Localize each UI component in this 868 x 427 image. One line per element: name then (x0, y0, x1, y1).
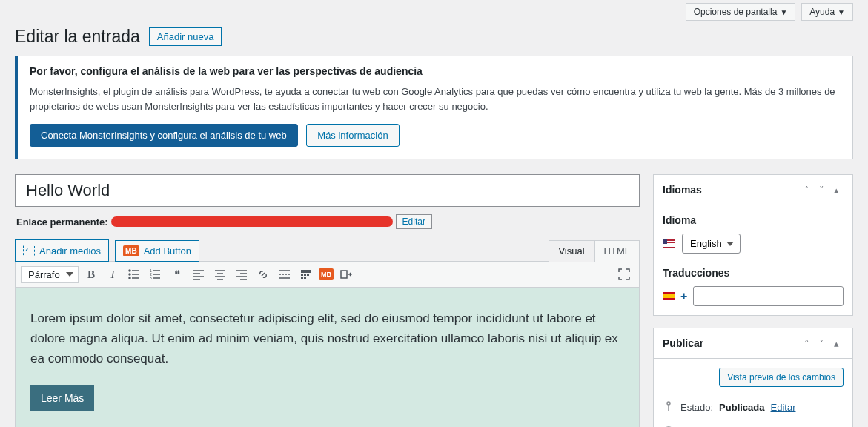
dropdown-icon: ▼ (780, 8, 787, 16)
screen-options-label: Opciones de pantalla (694, 7, 778, 17)
screen-options-button[interactable]: Opciones de pantalla ▼ (686, 3, 796, 21)
publish-title: Publicar (663, 337, 799, 349)
italic-button[interactable]: I (104, 265, 122, 283)
flag-us-icon (663, 239, 675, 248)
translations-label: Traducciones (663, 267, 844, 279)
svg-rect-33 (341, 271, 347, 278)
tab-visual[interactable]: Visual (549, 240, 594, 262)
move-down-icon[interactable]: ˅ (814, 336, 829, 351)
svg-rect-27 (301, 270, 311, 273)
pin-icon (663, 400, 675, 414)
export-icon[interactable] (337, 265, 355, 283)
mb-badge-icon: MB (123, 245, 139, 256)
page-title: Editar la entrada (15, 27, 140, 47)
svg-text:3: 3 (150, 276, 152, 280)
language-label: Idioma (663, 214, 844, 226)
readmore-button[interactable] (276, 265, 294, 283)
language-select[interactable]: English (682, 234, 741, 254)
toolbar-toggle-button[interactable] (297, 265, 315, 283)
status-label: Estado: (680, 402, 713, 413)
permalink-redacted (111, 216, 393, 227)
blockquote-button[interactable]: ❝ (168, 265, 186, 283)
post-title-input[interactable] (15, 174, 640, 207)
notice-body: MonsterInsights, el plugin de análisis p… (30, 85, 841, 113)
flag-es-icon (663, 292, 675, 300)
add-media-label: Añadir medios (39, 245, 101, 256)
svg-rect-31 (301, 277, 303, 279)
dropdown-icon: ▼ (838, 8, 845, 16)
eye-icon (663, 423, 675, 427)
help-label: Ayuda (809, 7, 835, 17)
languages-title: Idiomas (663, 184, 799, 196)
svg-rect-28 (301, 274, 303, 276)
svg-rect-32 (304, 277, 306, 279)
status-value: Publicada (719, 402, 764, 413)
add-button-label: Add Button (144, 245, 191, 256)
svg-point-0 (129, 270, 130, 271)
svg-rect-30 (307, 274, 309, 276)
more-info-button[interactable]: Más información (306, 124, 399, 147)
edit-status-link[interactable]: Editar (771, 402, 796, 413)
move-down-icon[interactable]: ˅ (814, 182, 829, 197)
add-new-button[interactable]: Añadir nueva (149, 27, 222, 46)
svg-point-4 (129, 277, 130, 279)
translation-input[interactable] (693, 286, 844, 306)
link-button[interactable] (254, 265, 272, 283)
add-translation-button[interactable]: + (680, 290, 687, 303)
toggle-icon[interactable]: ▴ (829, 336, 844, 351)
fullscreen-button[interactable] (615, 265, 633, 283)
tab-html[interactable]: HTML (594, 240, 640, 262)
content-paragraph: Lorem ipsum dolor sit amet, consectetur … (30, 308, 624, 369)
help-button[interactable]: Ayuda ▼ (801, 3, 853, 21)
move-up-icon[interactable]: ˄ (799, 182, 814, 197)
bold-button[interactable]: B (82, 265, 100, 283)
svg-point-2 (129, 274, 130, 275)
toggle-icon[interactable]: ▴ (829, 182, 844, 197)
readmore-link-button[interactable]: Leer Más (30, 385, 94, 411)
edit-slug-button[interactable]: Editar (396, 214, 432, 229)
align-right-button[interactable] (233, 265, 251, 283)
editor-toolbar: Párrafo B I 123 ❝ MB (15, 261, 640, 288)
move-up-icon[interactable]: ˄ (799, 336, 814, 351)
preview-changes-button[interactable]: Vista previa de los cambios (719, 368, 844, 387)
add-media-button[interactable]: Añadir medios (15, 239, 109, 262)
svg-rect-29 (304, 274, 306, 276)
bullet-list-button[interactable] (125, 265, 143, 283)
svg-point-34 (667, 402, 670, 405)
add-button-button[interactable]: MB Add Button (115, 240, 199, 262)
notice-monsterinsights: Por favor, configura el análisis de la w… (15, 56, 853, 159)
notice-title: Por favor, configura el análisis de la w… (30, 65, 841, 77)
mb-toolbar-button[interactable]: MB (319, 268, 334, 280)
languages-metabox: Idiomas ˄ ˅ ▴ Idioma English Traduccione… (653, 174, 853, 316)
editor-content[interactable]: Lorem ipsum dolor sit amet, consectetur … (15, 288, 640, 427)
media-icon (23, 245, 35, 256)
publish-metabox: Publicar ˄ ˅ ▴ Vista previa de los cambi… (653, 328, 853, 427)
format-select[interactable]: Párrafo (21, 266, 79, 283)
align-left-button[interactable] (190, 265, 208, 283)
permalink-label: Enlace permanente: (16, 216, 108, 228)
align-center-button[interactable] (211, 265, 229, 283)
connect-monsterinsights-button[interactable]: Conecta MonsterInsights y configura el a… (30, 124, 298, 147)
numbered-list-button[interactable]: 123 (147, 265, 165, 283)
